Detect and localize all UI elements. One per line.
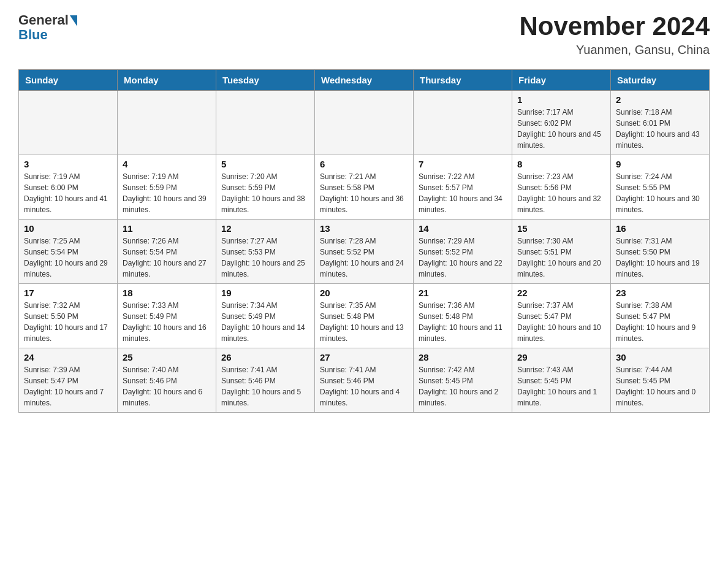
header-right: November 2024 Yuanmen, Gansu, China (519, 12, 710, 57)
day-number: 11 (123, 223, 211, 234)
calendar-cell: 18Sunrise: 7:33 AM Sunset: 5:49 PM Dayli… (118, 284, 216, 348)
day-number: 15 (517, 223, 605, 234)
calendar-cell: 23Sunrise: 7:38 AM Sunset: 5:47 PM Dayli… (611, 284, 710, 348)
calendar-cell: 20Sunrise: 7:35 AM Sunset: 5:48 PM Dayli… (315, 284, 414, 348)
day-info: Sunrise: 7:23 AM Sunset: 5:56 PM Dayligh… (517, 171, 605, 215)
day-number: 30 (616, 352, 704, 362)
day-number: 8 (517, 159, 605, 169)
calendar-cell: 28Sunrise: 7:42 AM Sunset: 5:45 PM Dayli… (414, 348, 512, 413)
day-info: Sunrise: 7:38 AM Sunset: 5:47 PM Dayligh… (616, 300, 704, 344)
day-info: Sunrise: 7:31 AM Sunset: 5:50 PM Dayligh… (616, 236, 704, 280)
calendar-week-row: 3Sunrise: 7:19 AM Sunset: 6:00 PM Daylig… (19, 155, 710, 220)
calendar-cell: 30Sunrise: 7:44 AM Sunset: 5:45 PM Dayli… (611, 348, 710, 413)
weekday-header-wednesday: Wednesday (315, 70, 414, 91)
calendar-cell: 25Sunrise: 7:40 AM Sunset: 5:46 PM Dayli… (118, 348, 216, 413)
calendar-cell (216, 91, 315, 155)
weekday-header-saturday: Saturday (611, 70, 710, 91)
day-info: Sunrise: 7:33 AM Sunset: 5:49 PM Dayligh… (123, 300, 211, 344)
calendar-cell (118, 91, 216, 155)
weekday-header-tuesday: Tuesday (216, 70, 315, 91)
day-info: Sunrise: 7:42 AM Sunset: 5:45 PM Dayligh… (419, 364, 507, 408)
day-info: Sunrise: 7:19 AM Sunset: 6:00 PM Dayligh… (24, 171, 112, 215)
calendar-cell: 5Sunrise: 7:20 AM Sunset: 5:59 PM Daylig… (216, 155, 315, 220)
calendar-cell: 6Sunrise: 7:21 AM Sunset: 5:58 PM Daylig… (315, 155, 414, 220)
calendar-cell (414, 91, 512, 155)
day-number: 13 (320, 223, 408, 234)
day-number: 4 (123, 159, 211, 169)
calendar-week-row: 10Sunrise: 7:25 AM Sunset: 5:54 PM Dayli… (19, 220, 710, 284)
day-number: 26 (221, 352, 309, 362)
day-number: 22 (517, 288, 605, 298)
weekday-header-row: SundayMondayTuesdayWednesdayThursdayFrid… (19, 70, 710, 91)
logo: General Blue (18, 12, 77, 43)
day-info: Sunrise: 7:28 AM Sunset: 5:52 PM Dayligh… (320, 236, 408, 280)
day-number: 6 (320, 159, 408, 169)
calendar-cell: 21Sunrise: 7:36 AM Sunset: 5:48 PM Dayli… (414, 284, 512, 348)
calendar-cell: 8Sunrise: 7:23 AM Sunset: 5:56 PM Daylig… (512, 155, 611, 220)
calendar-cell: 12Sunrise: 7:27 AM Sunset: 5:53 PM Dayli… (216, 220, 315, 284)
day-info: Sunrise: 7:36 AM Sunset: 5:48 PM Dayligh… (419, 300, 507, 344)
calendar-cell: 2Sunrise: 7:18 AM Sunset: 6:01 PM Daylig… (611, 91, 710, 155)
day-number: 14 (419, 223, 507, 234)
day-number: 1 (517, 94, 605, 105)
day-number: 12 (221, 223, 309, 234)
day-info: Sunrise: 7:19 AM Sunset: 5:59 PM Dayligh… (123, 171, 211, 215)
calendar-cell: 16Sunrise: 7:31 AM Sunset: 5:50 PM Dayli… (611, 220, 710, 284)
day-info: Sunrise: 7:24 AM Sunset: 5:55 PM Dayligh… (616, 171, 704, 215)
day-info: Sunrise: 7:21 AM Sunset: 5:58 PM Dayligh… (320, 171, 408, 215)
logo-general-text: General (18, 12, 69, 28)
day-number: 2 (616, 94, 704, 105)
weekday-header-monday: Monday (118, 70, 216, 91)
day-number: 3 (24, 159, 112, 169)
day-number: 27 (320, 352, 408, 362)
calendar-week-row: 24Sunrise: 7:39 AM Sunset: 5:47 PM Dayli… (19, 348, 710, 413)
day-info: Sunrise: 7:25 AM Sunset: 5:54 PM Dayligh… (24, 236, 112, 280)
day-info: Sunrise: 7:22 AM Sunset: 5:57 PM Dayligh… (419, 171, 507, 215)
day-number: 20 (320, 288, 408, 298)
month-title: November 2024 (519, 12, 710, 40)
logo-arrow-icon (70, 15, 77, 26)
day-info: Sunrise: 7:17 AM Sunset: 6:02 PM Dayligh… (517, 107, 605, 151)
location-title: Yuanmen, Gansu, China (519, 43, 710, 57)
day-info: Sunrise: 7:35 AM Sunset: 5:48 PM Dayligh… (320, 300, 408, 344)
day-number: 24 (24, 352, 112, 362)
calendar-week-row: 1Sunrise: 7:17 AM Sunset: 6:02 PM Daylig… (19, 91, 710, 155)
calendar-cell: 22Sunrise: 7:37 AM Sunset: 5:47 PM Dayli… (512, 284, 611, 348)
day-info: Sunrise: 7:26 AM Sunset: 5:54 PM Dayligh… (123, 236, 211, 280)
calendar-cell: 9Sunrise: 7:24 AM Sunset: 5:55 PM Daylig… (611, 155, 710, 220)
day-number: 5 (221, 159, 309, 169)
day-info: Sunrise: 7:44 AM Sunset: 5:45 PM Dayligh… (616, 364, 704, 408)
day-info: Sunrise: 7:37 AM Sunset: 5:47 PM Dayligh… (517, 300, 605, 344)
weekday-header-friday: Friday (512, 70, 611, 91)
day-info: Sunrise: 7:30 AM Sunset: 5:51 PM Dayligh… (517, 236, 605, 280)
weekday-header-sunday: Sunday (19, 70, 118, 91)
day-info: Sunrise: 7:43 AM Sunset: 5:45 PM Dayligh… (517, 364, 605, 408)
day-info: Sunrise: 7:32 AM Sunset: 5:50 PM Dayligh… (24, 300, 112, 344)
calendar-cell: 4Sunrise: 7:19 AM Sunset: 5:59 PM Daylig… (118, 155, 216, 220)
day-number: 25 (123, 352, 211, 362)
calendar-cell: 15Sunrise: 7:30 AM Sunset: 5:51 PM Dayli… (512, 220, 611, 284)
day-info: Sunrise: 7:39 AM Sunset: 5:47 PM Dayligh… (24, 364, 112, 408)
day-info: Sunrise: 7:29 AM Sunset: 5:52 PM Dayligh… (419, 236, 507, 280)
day-info: Sunrise: 7:34 AM Sunset: 5:49 PM Dayligh… (221, 300, 309, 344)
day-number: 29 (517, 352, 605, 362)
day-number: 18 (123, 288, 211, 298)
calendar-cell (19, 91, 118, 155)
calendar-table: SundayMondayTuesdayWednesdayThursdayFrid… (18, 69, 710, 413)
calendar-cell: 24Sunrise: 7:39 AM Sunset: 5:47 PM Dayli… (19, 348, 118, 413)
calendar-cell: 11Sunrise: 7:26 AM Sunset: 5:54 PM Dayli… (118, 220, 216, 284)
day-number: 7 (419, 159, 507, 169)
day-number: 9 (616, 159, 704, 169)
day-number: 16 (616, 223, 704, 234)
day-number: 28 (419, 352, 507, 362)
calendar-cell: 13Sunrise: 7:28 AM Sunset: 5:52 PM Dayli… (315, 220, 414, 284)
logo-blue-text: Blue (18, 27, 48, 43)
day-info: Sunrise: 7:18 AM Sunset: 6:01 PM Dayligh… (616, 107, 704, 151)
day-info: Sunrise: 7:20 AM Sunset: 5:59 PM Dayligh… (221, 171, 309, 215)
page-header: General Blue November 2024 Yuanmen, Gans… (18, 12, 710, 57)
weekday-header-thursday: Thursday (414, 70, 512, 91)
calendar-cell: 26Sunrise: 7:41 AM Sunset: 5:46 PM Dayli… (216, 348, 315, 413)
calendar-week-row: 17Sunrise: 7:32 AM Sunset: 5:50 PM Dayli… (19, 284, 710, 348)
calendar-cell: 7Sunrise: 7:22 AM Sunset: 5:57 PM Daylig… (414, 155, 512, 220)
day-number: 10 (24, 223, 112, 234)
